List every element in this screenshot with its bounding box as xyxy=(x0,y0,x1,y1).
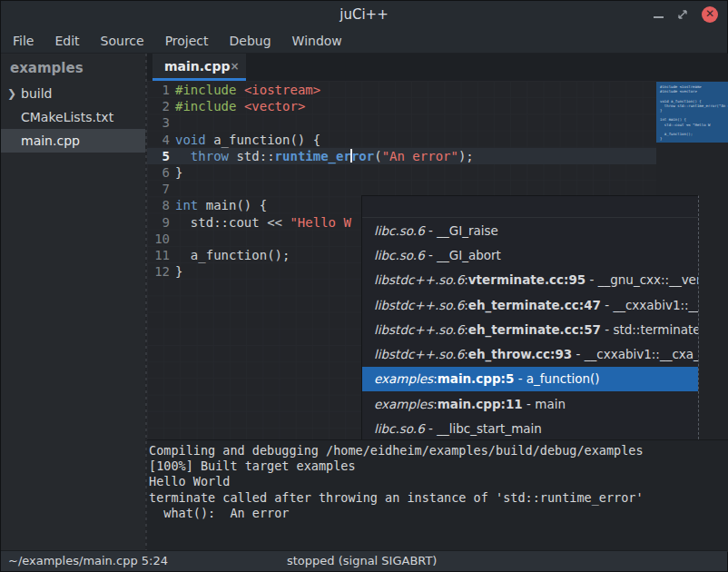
backtrace-item[interactable]: examples:main.cpp:11 - main xyxy=(362,391,698,416)
tree-item-label: main.cpp xyxy=(21,133,80,148)
code-line-6[interactable]: 6} xyxy=(147,164,656,181)
tab-close-icon[interactable]: × xyxy=(230,60,239,73)
statusbar: ~/examples/main.cpp 5:24 stopped (signal… xyxy=(1,550,727,571)
tabbar: main.cpp × xyxy=(147,54,728,81)
backtrace-item[interactable]: libstdc++.so.6:eh_terminate.cc:47 - __cx… xyxy=(362,292,698,317)
backtrace-list: libc.so.6 - __GI_raiselibc.so.6 - __GI_a… xyxy=(362,218,698,439)
menu-file[interactable]: File xyxy=(10,32,36,50)
token: ror xyxy=(351,149,374,163)
tree-item-cmakelists[interactable]: CMakeLists.txt xyxy=(1,105,145,129)
trace-file-line: main.cpp:11 xyxy=(438,397,523,411)
code-line-1[interactable]: 1#include <iostream> xyxy=(147,82,656,98)
token: } xyxy=(175,264,182,279)
line-number: 11 xyxy=(147,247,170,263)
backtrace-item[interactable]: examples:main.cpp:5 - a_function() xyxy=(362,367,698,391)
trace-function: __GI_abort xyxy=(437,248,501,262)
trace-file-line: eh_throw.cc:93 xyxy=(468,347,572,361)
token: #include xyxy=(175,83,236,97)
line-number: 9 xyxy=(147,214,170,231)
terminal-output[interactable]: Compiling and debugging /home/eidheim/ex… xyxy=(147,439,728,552)
minimap-line: throw std::runtime_error("An error"); xyxy=(660,104,728,108)
code-text: } xyxy=(175,263,182,280)
token: throw xyxy=(191,149,229,163)
menu-debug[interactable]: Debug xyxy=(227,32,274,50)
token: "An error" xyxy=(382,149,458,163)
tab-label: main.cpp xyxy=(164,59,230,74)
trace-function: main xyxy=(535,397,566,411)
backtrace-item[interactable]: libstdc++.so.6:eh_throw.cc:93 - __cxxabi… xyxy=(362,341,698,366)
code-line-5[interactable]: 5 throw std::runtime_error("An error"); xyxy=(147,148,656,164)
menu-source[interactable]: Source xyxy=(98,32,147,50)
token: "Hello W xyxy=(290,215,350,230)
code-text: std::cout << "Hello W xyxy=(175,214,351,231)
trace-dash: - xyxy=(425,421,437,436)
trace-function: a_function() xyxy=(526,371,600,386)
tree-item-maincpp[interactable]: main.cpp xyxy=(1,129,145,153)
trace-dash: - xyxy=(572,347,584,361)
minimize-icon[interactable] xyxy=(654,16,664,18)
token: a_function() { xyxy=(206,133,320,147)
trace-library: examples xyxy=(374,397,433,411)
terminal-line: terminate called after throwing an insta… xyxy=(149,490,728,506)
trace-dash: - xyxy=(601,298,613,312)
code-text: throw std::runtime_error("An error"); xyxy=(175,148,474,164)
code-text: a_function(); xyxy=(175,247,290,263)
token: runtime_er xyxy=(275,149,351,163)
trace-function: __cxxabiv1::__cxa_throw xyxy=(585,347,698,361)
trace-dash: - xyxy=(601,322,613,337)
trace-file-line: eh_terminate.cc:57 xyxy=(468,322,601,337)
backtrace-item[interactable]: libstdc++.so.6:eh_terminate.cc:57 - std:… xyxy=(362,317,698,341)
backtrace-popup-header xyxy=(362,196,698,218)
menu-edit[interactable]: Edit xyxy=(52,32,82,50)
minimap-line: } xyxy=(660,136,728,141)
terminal-line: Hello World xyxy=(149,474,728,489)
trace-function: __gnu_cxx::__verbose_terminate_handler() xyxy=(598,272,698,287)
code-text: } xyxy=(175,164,182,181)
backtrace-item[interactable]: libc.so.6 - __GI_abort xyxy=(362,242,698,267)
source-editor[interactable]: 1#include <iostream>2#include <vector>34… xyxy=(147,81,728,439)
menu-project[interactable]: Project xyxy=(162,32,212,50)
line-number: 2 xyxy=(147,98,170,114)
minimap-slider[interactable]: #include <iostream>#include <vector> voi… xyxy=(656,82,728,143)
token: } xyxy=(175,165,182,180)
close-icon[interactable]: ✕ xyxy=(702,6,718,23)
token xyxy=(236,83,243,97)
code-line-4[interactable]: 4void a_function() { xyxy=(147,132,656,148)
trace-function: __GI_raise xyxy=(437,223,498,238)
project-name: examples xyxy=(1,54,145,82)
line-number: 7 xyxy=(147,181,170,197)
backtrace-item[interactable]: libc.so.6 - __GI_raise xyxy=(362,218,698,242)
token: ); xyxy=(458,149,474,163)
backtrace-item[interactable]: libstdc++.so.6:vterminate.cc:95 - __gnu_… xyxy=(362,268,698,292)
line-number: 1 xyxy=(147,82,170,98)
trace-dash: - xyxy=(523,397,535,411)
code-line-3[interactable]: 3 xyxy=(147,114,656,131)
token: a_function(); xyxy=(175,248,290,262)
tab-maincpp[interactable]: main.cpp × xyxy=(152,54,246,81)
token: #include xyxy=(175,99,236,113)
editor-pane: main.cpp × 1#include <iostream>2#include… xyxy=(147,54,728,550)
tree-item-label: build xyxy=(21,86,52,101)
code-text: int main() { xyxy=(175,197,267,213)
restore-icon[interactable] xyxy=(677,9,688,20)
code-line-2[interactable]: 2#include <vector> xyxy=(147,98,656,114)
tree-item-build[interactable]: ❯ build xyxy=(1,82,145,105)
trace-library: libstdc++.so.6 xyxy=(374,347,464,361)
trace-function: __cxxabiv1::__terminate(void (*)()) xyxy=(613,298,698,312)
line-number: 5 xyxy=(147,148,170,164)
line-number: 10 xyxy=(147,231,170,247)
token: std::cout << xyxy=(175,215,290,230)
code-text: #include <iostream> xyxy=(175,82,320,98)
menu-window[interactable]: Window xyxy=(290,32,345,50)
titlebar[interactable]: juCi++ ✕ xyxy=(1,1,727,28)
trace-dash: - xyxy=(425,248,437,262)
trace-file-line: eh_terminate.cc:47 xyxy=(468,298,601,312)
chevron-right-icon[interactable]: ❯ xyxy=(7,82,16,105)
trace-function: std::terminate() xyxy=(613,322,698,337)
line-number: 3 xyxy=(147,114,170,131)
backtrace-item[interactable]: libc.so.6 - __libc_start_main xyxy=(362,416,698,439)
debug-status: stopped (signal SIGABRT) xyxy=(287,554,437,567)
code-text: void a_function() { xyxy=(175,132,320,148)
trace-function: __libc_start_main xyxy=(437,421,542,436)
code-text: #include <vector> xyxy=(175,98,305,114)
